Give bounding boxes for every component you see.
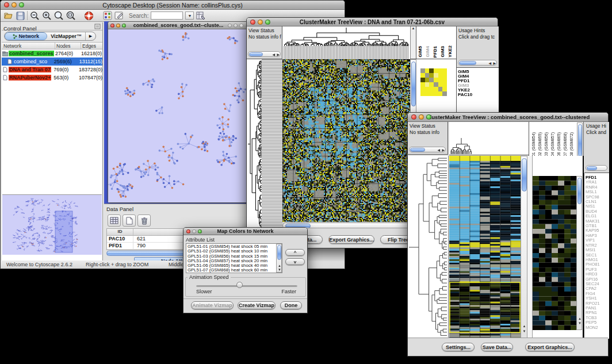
close-button[interactable]: [4, 2, 9, 7]
export-graphics-button[interactable]: Export Graphics...: [525, 343, 575, 351]
network-table-row[interactable]: DNA and Tran 07769(0)183728(0): [2, 66, 102, 74]
delete-attribute-button[interactable]: [137, 214, 151, 227]
zoom-button[interactable]: [426, 114, 431, 120]
tv2-cluster-heatmap[interactable]: [533, 176, 577, 330]
vizmapper-icon[interactable]: [103, 11, 112, 20]
zoom-button[interactable]: [239, 24, 243, 28]
data-column-id[interactable]: ID: [107, 229, 133, 235]
attribute-list-scrollbar[interactable]: ▲ ▼: [276, 244, 282, 273]
network-edges: 13112(15): [79, 59, 102, 64]
minimize-button[interactable]: [234, 24, 238, 28]
scroll-left-arrow[interactable]: ◀: [437, 148, 440, 152]
zoom-fit-icon[interactable]: [66, 11, 76, 20]
scroll-left-arrow[interactable]: ◀: [272, 52, 275, 56]
animation-speed-label: Animation Speed: [188, 274, 231, 280]
network-table-row[interactable]: RNAPuberNov2+563(0)107847(0): [2, 74, 102, 82]
new-attribute-button[interactable]: [123, 214, 136, 227]
zoom-out-icon[interactable]: [30, 11, 40, 20]
settings-button[interactable]: Settings...: [442, 343, 475, 351]
close-button[interactable]: [186, 229, 190, 233]
window-controls[interactable]: [4, 2, 24, 7]
tv1-global-matrix[interactable]: [420, 68, 447, 96]
zoom-selected-icon[interactable]: [54, 11, 64, 20]
tv2-row-dendrogram[interactable]: [408, 156, 449, 339]
treeview2-window: ClusterMaker TreeView : combined_scores_…: [407, 112, 609, 357]
search-dropdown-button[interactable]: ▼: [185, 12, 194, 20]
tv1-view-status-text: No status info f: [248, 34, 281, 40]
tv1-usage-hints-text: Click and drag tc: [458, 34, 495, 40]
minimize-button[interactable]: [12, 2, 17, 7]
float-panel-icon[interactable]: [94, 24, 101, 29]
tv2-view-status-text: No status info: [410, 129, 439, 135]
network-doc-icon: [3, 67, 7, 72]
network-table-row[interactable]: combined_sco2569(6)13112(15): [2, 58, 102, 66]
tv1-status-scrollbar[interactable]: ◀ ▶: [248, 51, 281, 57]
minimize-button[interactable]: [419, 114, 424, 120]
zoom-button[interactable]: [19, 2, 24, 7]
export-graphics-button[interactable]: Export Graphics...: [328, 235, 374, 244]
tab-vizmapper[interactable]: VizMapper™: [47, 32, 85, 40]
tab-network[interactable]: Network: [5, 32, 47, 40]
network-overview-canvas[interactable]: [2, 195, 102, 255]
tv1-heatmap[interactable]: [282, 59, 410, 222]
move-down-button[interactable]: v: [285, 258, 305, 265]
minimize-button[interactable]: [116, 24, 120, 28]
minimize-button[interactable]: [258, 20, 263, 25]
close-button[interactable]: [411, 114, 416, 120]
zoom-in-icon[interactable]: [42, 11, 52, 20]
close-button[interactable]: [228, 24, 232, 28]
minimize-button[interactable]: [192, 229, 196, 233]
table-mode-button[interactable]: [108, 214, 121, 227]
zoom-button[interactable]: [122, 24, 126, 28]
speed-slider[interactable]: [196, 285, 297, 287]
tv1-row-dendrogram[interactable]: [247, 59, 282, 229]
close-button[interactable]: [250, 20, 255, 25]
tv1-column-dendrogram[interactable]: [282, 26, 410, 60]
close-button[interactable]: [110, 24, 114, 28]
tv2-usage-scrollbar[interactable]: [586, 165, 607, 171]
tv2-cluster-vscrollbar[interactable]: ▲ ▼: [576, 176, 582, 330]
column-header-edges[interactable]: Edges: [81, 43, 102, 49]
tv2-usage-hints-panel: Usage HiClick and: [584, 122, 609, 173]
search-input[interactable]: [151, 12, 183, 20]
network-view-canvas-1[interactable]: [108, 29, 248, 202]
tab-overflow-button[interactable]: ▶: [85, 32, 95, 40]
attribute-list-item[interactable]: GPL51-07 (GSM868) heat shock 60 min: [188, 268, 282, 273]
done-button[interactable]: Done: [280, 301, 302, 309]
network-overview-panel[interactable]: [2, 194, 102, 255]
animate-vizmap-button[interactable]: Animate Vizmap: [191, 301, 234, 309]
tv2-column-dendrogram[interactable]: [449, 122, 529, 155]
attribute-list[interactable]: GPL51-01 (GSM854) heat shock 05 minGPL51…: [186, 243, 282, 273]
column-header-network[interactable]: Network: [2, 43, 55, 49]
tv1-matrix-cell: [438, 78, 443, 82]
scroll-left-arrow[interactable]: ◀: [488, 61, 491, 65]
help-ring-icon[interactable]: [84, 11, 94, 21]
tv2-status-scrollbar[interactable]: ◀ ▶: [409, 147, 446, 152]
create-vizmap-button[interactable]: Create Vizmap: [238, 301, 276, 309]
main-window-title: Cytoscape Desktop (Session Name: collins…: [1, 2, 345, 9]
tv1-matrix-cell: [429, 82, 434, 87]
network-table-row[interactable]: combined_scores2764(0)16218(0): [2, 49, 102, 58]
tv1-matrix-cell: [442, 82, 447, 87]
tv2-heatmap-vscrollbar[interactable]: ▲ ▼: [521, 156, 527, 339]
zoom-button[interactable]: [265, 20, 270, 25]
speed-slider-thumb[interactable]: [236, 282, 243, 288]
tv1-matrix-cell: [420, 87, 425, 91]
attribute-list-label: Attribute List: [186, 237, 215, 243]
tv1-matrix-cell: [442, 68, 447, 73]
move-up-button[interactable]: ^: [285, 249, 305, 256]
column-header-nodes[interactable]: Nodes: [55, 43, 81, 49]
attribute-table-icon[interactable]: [196, 11, 206, 20]
scroll-right-arrow[interactable]: ▶: [493, 61, 496, 65]
annotation-icon[interactable]: [114, 11, 124, 20]
scroll-right-arrow[interactable]: ▶: [277, 52, 280, 56]
tv2-heatmap[interactable]: [449, 156, 521, 339]
tv1-usage-scrollbar[interactable]: ◀ ▶: [458, 60, 497, 66]
main-titlebar[interactable]: Cytoscape Desktop (Session Name: collins…: [1, 1, 345, 10]
open-folder-icon[interactable]: [4, 12, 14, 20]
scroll-right-arrow[interactable]: ▶: [442, 148, 445, 152]
zoom-button[interactable]: [198, 229, 202, 233]
save-data-button[interactable]: Save Data...: [481, 343, 513, 351]
tv1-matrix-cell: [420, 82, 425, 87]
save-icon[interactable]: [16, 12, 25, 20]
